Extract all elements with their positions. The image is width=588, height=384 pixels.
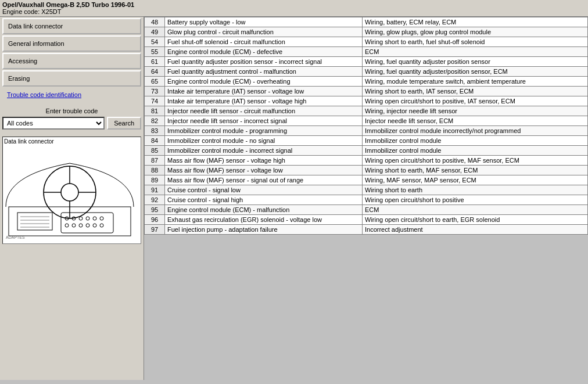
trouble-code-identification-link[interactable]: Trouble code identification <box>2 88 141 102</box>
diagram-container: Data link connector <box>2 137 141 244</box>
description-cell: Fuel quantity adjustment control - malfu… <box>165 67 363 77</box>
svg-rect-7 <box>17 213 52 230</box>
description-cell: Engine control module (ECM) - overheatin… <box>165 77 363 87</box>
code-cell: 83 <box>145 126 165 136</box>
search-row: All codes Search <box>2 117 141 130</box>
svg-point-21 <box>79 224 83 227</box>
description-cell: Mass air flow (MAF) sensor - signal out … <box>165 175 363 185</box>
description-cell: Fuel shut-off solenoid - circuit malfunc… <box>165 37 363 47</box>
table-container[interactable]: 48Battery supply voltage - lowWiring, ba… <box>144 17 588 380</box>
table-row: 65Engine control module (ECM) - overheat… <box>145 77 588 87</box>
cause-cell: ECM <box>363 47 588 57</box>
table-row: 73Intake air temperature (IAT) sensor - … <box>145 87 588 96</box>
table-row: 81Injector needle lift sensor - circuit … <box>145 106 588 116</box>
cause-cell: Wiring open circuit/short to positive, I… <box>363 96 588 106</box>
description-cell: Cruise control - signal high <box>165 195 363 205</box>
description-cell: Engine control module (ECM) - malfunctio… <box>165 205 363 215</box>
code-cell: 87 <box>145 156 165 166</box>
svg-point-24 <box>100 224 103 227</box>
code-cell: 84 <box>145 136 165 146</box>
table-row: 74Intake air temperature (IAT) sensor - … <box>145 96 588 106</box>
sidebar-item-general-information[interactable]: General information <box>2 35 141 52</box>
code-cell: 64 <box>145 67 165 77</box>
table-row: 84Immobilizer control module - no signal… <box>145 136 588 146</box>
svg-point-17 <box>93 217 96 220</box>
cause-cell: Wiring, battery, ECM relay, ECM <box>363 17 588 27</box>
description-cell: Battery supply voltage - low <box>165 17 363 27</box>
table-row: 64Fuel quantity adjustment control - mal… <box>145 67 588 77</box>
code-cell: 97 <box>145 225 165 235</box>
search-button[interactable]: Search <box>107 117 141 130</box>
table-row: 83Immobilizer control module - programmi… <box>145 126 588 136</box>
cause-cell: Injector needle lift sensor, ECM <box>363 116 588 126</box>
search-section: Enter trouble code All codes Search <box>0 103 144 134</box>
table-row: 54Fuel shut-off solenoid - circuit malfu… <box>145 37 588 47</box>
cause-cell: Wiring short to earth <box>363 185 588 195</box>
cause-cell: Immobilizer control module <box>363 146 588 156</box>
cause-cell: Immobilizer control module incorrectly/n… <box>363 126 588 136</box>
table-row: 49Glow plug control - circuit malfunctio… <box>145 27 588 37</box>
description-cell: Mass air flow (MAF) sensor - voltage hig… <box>165 156 363 166</box>
svg-point-20 <box>72 224 76 227</box>
diagram-label: Data link connector <box>3 137 141 146</box>
cause-cell: Wiring, glow plugs, glow plug control mo… <box>363 27 588 37</box>
trouble-code-select[interactable]: All codes <box>2 117 105 130</box>
cause-cell: ECM <box>363 205 588 215</box>
sidebar: Data link connector General information … <box>0 17 144 380</box>
sidebar-item-data-link-connector[interactable]: Data link connector <box>2 18 141 34</box>
description-cell: Immobilizer control module - incorrect s… <box>165 146 363 156</box>
svg-point-1 <box>61 184 78 201</box>
content-area: 48Battery supply voltage - lowWiring, ba… <box>144 17 588 380</box>
header-subtitle: Engine code: X25DT <box>2 8 586 15</box>
cause-cell: Incorrect adjustment <box>363 225 588 235</box>
cause-cell: Wiring short to earth, MAF sensor, ECM <box>363 166 588 175</box>
table-row: 88Mass air flow (MAF) sensor - voltage l… <box>145 166 588 175</box>
code-cell: 73 <box>145 87 165 96</box>
cause-cell: Wiring, injector needle lift sensor <box>363 106 588 116</box>
table-row: 48Battery supply voltage - lowWiring, ba… <box>145 17 588 27</box>
description-cell: Injector needle lift sensor - circuit ma… <box>165 106 363 116</box>
table-row: 91Cruise control - signal lowWiring shor… <box>145 185 588 195</box>
code-cell: 88 <box>145 166 165 175</box>
cause-cell: Wiring, MAF sensor, MAP sensor, ECM <box>363 175 588 185</box>
cause-cell: Wiring, fuel quantity adjuster position … <box>363 57 588 67</box>
description-cell: Immobilizer control module - programming <box>165 126 363 136</box>
cause-cell: Wiring short to earth, IAT sensor, ECM <box>363 87 588 96</box>
code-cell: 95 <box>145 205 165 215</box>
table-row: 87Mass air flow (MAF) sensor - voltage h… <box>145 156 588 166</box>
cause-cell: Wiring short to earth, fuel shut-off sol… <box>363 37 588 47</box>
trouble-codes-table: 48Battery supply voltage - lowWiring, ba… <box>144 17 588 235</box>
table-row: 96Exhaust gas recirculation (EGR) soleno… <box>145 215 588 225</box>
table-row: 55Engine control module (ECM) - defectiv… <box>145 47 588 57</box>
description-cell: Intake air temperature (IAT) sensor - vo… <box>165 96 363 106</box>
table-row: 92Cruise control - signal highWiring ope… <box>145 195 588 205</box>
cause-cell: Wiring open circuit/short to positive, M… <box>363 156 588 166</box>
table-row: 97Fuel injection pump - adaptation failu… <box>145 225 588 235</box>
main-layout: Data link connector General information … <box>0 17 588 380</box>
svg-point-18 <box>100 217 103 220</box>
table-row: 85Immobilizer control module - incorrect… <box>145 146 588 156</box>
code-cell: 54 <box>145 37 165 47</box>
description-cell: Fuel quantity adjuster position sensor -… <box>165 57 363 67</box>
description-cell: Cruise control - signal low <box>165 185 363 195</box>
svg-point-15 <box>79 217 83 220</box>
svg-rect-12 <box>61 213 113 233</box>
cause-cell: Wiring, fuel quantity adjuster/position … <box>363 67 588 77</box>
table-row: 82Injector needle lift sensor - incorrec… <box>145 116 588 126</box>
sidebar-item-accessing[interactable]: Accessing <box>2 53 141 69</box>
code-cell: 55 <box>145 47 165 57</box>
table-row: 61Fuel quantity adjuster position sensor… <box>145 57 588 67</box>
description-cell: Engine control module (ECM) - defective <box>165 47 363 57</box>
enter-trouble-code-label: Enter trouble code <box>2 107 141 114</box>
code-cell: 48 <box>145 17 165 27</box>
code-cell: 92 <box>145 195 165 205</box>
description-cell: Glow plug control - circuit malfunction <box>165 27 363 37</box>
description-cell: Fuel injection pump - adaptation failure <box>165 225 363 235</box>
description-cell: Exhaust gas recirculation (EGR) solenoid… <box>165 215 363 225</box>
sidebar-item-erasing[interactable]: Erasing <box>2 70 141 87</box>
code-cell: 65 <box>145 77 165 87</box>
svg-point-23 <box>93 224 96 227</box>
code-cell: 74 <box>145 96 165 106</box>
code-cell: 85 <box>145 146 165 156</box>
code-cell: 61 <box>145 57 165 67</box>
